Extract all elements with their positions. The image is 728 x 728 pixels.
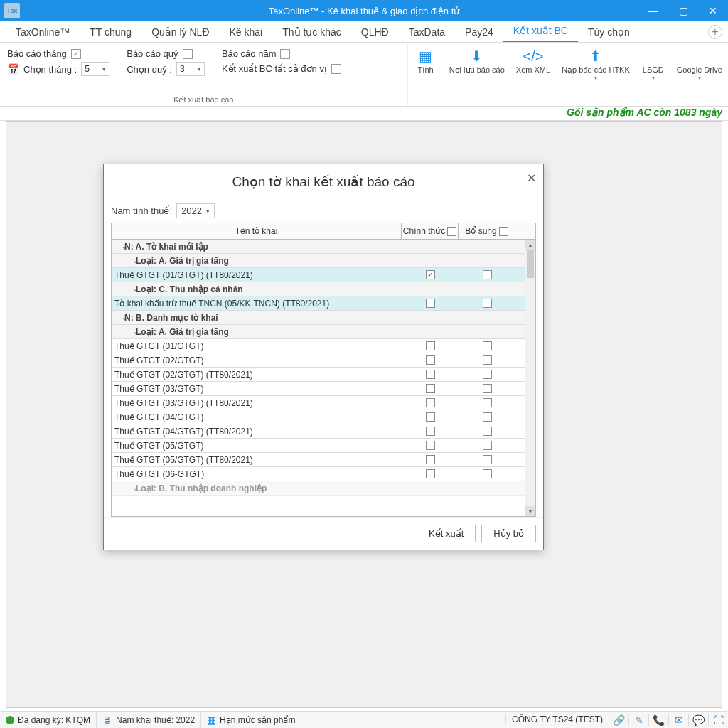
- scroll-up-icon[interactable]: ▴: [525, 240, 535, 250]
- col-name: Tên tờ khai: [112, 223, 402, 239]
- grid-item-row[interactable]: Thuế GTGT (05/GTGT): [112, 439, 535, 453]
- chinhthuc-checkbox[interactable]: [426, 441, 435, 450]
- dialog-title: Chọn tờ khai kết xuất báo cáo: [232, 173, 414, 190]
- grid-item-row[interactable]: Thuế GTGT (01/GTGT) (TT80/2021)✓: [112, 268, 535, 282]
- bosung-checkbox[interactable]: [483, 469, 492, 478]
- ribbon: Báo cáo tháng ✓ 📅 Chọn tháng : 5▾ Báo cá…: [0, 43, 728, 107]
- menu-tab[interactable]: TT chung: [80, 23, 141, 42]
- chinhthuc-checkbox[interactable]: [426, 412, 435, 422]
- menu-tab[interactable]: Kê khai: [220, 23, 273, 42]
- grid-group-row[interactable]: ⌄N: A. Tờ khai mới lập: [112, 240, 535, 254]
- menu-tab[interactable]: Pay24: [455, 23, 503, 42]
- bosung-checkbox[interactable]: [483, 355, 492, 365]
- bcnam-checkbox[interactable]: [280, 49, 290, 59]
- add-tab-button[interactable]: +: [708, 25, 722, 39]
- chinhthuc-checkbox[interactable]: [426, 341, 435, 350]
- grid-item-row[interactable]: Tờ khai khấu trừ thuế TNCN (05/KK-TNCN) …: [112, 296, 535, 311]
- chinhthuc-checkbox[interactable]: [426, 355, 435, 365]
- bosung-checkbox[interactable]: [483, 412, 492, 422]
- grid-item-row[interactable]: Thuế GTGT (03/GTGT) (TT80/2021): [112, 396, 535, 410]
- status-ok-icon: [6, 716, 14, 724]
- quarter-select[interactable]: 3▾: [176, 62, 205, 76]
- mail-icon[interactable]: ✉: [668, 714, 688, 726]
- bosung-checkbox[interactable]: [483, 384, 492, 393]
- menu-tab[interactable]: Thủ tục khác: [272, 23, 351, 42]
- menu-tab[interactable]: Tùy chọn: [578, 23, 640, 42]
- bcthang-checkbox[interactable]: ✓: [71, 49, 81, 59]
- cancel-button[interactable]: Hủy bỏ: [481, 525, 536, 542]
- titlebar: Tax TaxOnline™ - Kê khai thuế & giao dịc…: [0, 0, 728, 21]
- kxall-checkbox[interactable]: [331, 64, 341, 74]
- grid-item-row[interactable]: Thuế GTGT (02/GTGT) (TT80/2021): [112, 368, 535, 382]
- bosung-checkbox[interactable]: [483, 441, 492, 450]
- grid-subgroup-row[interactable]: ⌄Loại: B. Thu nhập doanh nghiệp: [112, 481, 535, 496]
- menu-tab[interactable]: Quản lý NLĐ: [141, 23, 219, 42]
- dialog-close-button[interactable]: ✕: [527, 171, 536, 185]
- tinh-button[interactable]: ▦ Tính: [408, 43, 444, 106]
- link-icon[interactable]: 🔗: [609, 714, 628, 726]
- menu-tab[interactable]: TaxOnline™: [6, 23, 80, 42]
- maximize-button[interactable]: ▢: [668, 0, 698, 21]
- ribbon-group-label: Kết xuất báo cáo: [7, 92, 400, 105]
- window-title: TaxOnline™ - Kê khai thuế & giao dịch đi…: [269, 6, 460, 16]
- bosung-checkbox[interactable]: [483, 299, 492, 308]
- grid-icon: ▦: [419, 47, 432, 65]
- xemxml-button[interactable]: </> Xem XML: [510, 43, 556, 106]
- bosung-checkbox[interactable]: [483, 270, 492, 279]
- grid-subgroup-row[interactable]: ⌄Loại: A. Giá trị gia tăng: [112, 325, 535, 339]
- grid-item-row[interactable]: Thuế GTGT (06-GTGT): [112, 467, 535, 481]
- bcthang-label: Báo cáo tháng: [7, 48, 67, 59]
- download-icon: ⬇: [471, 47, 483, 65]
- naphtkk-button[interactable]: ⬆ Nạp báo cáo HTKK▾: [556, 43, 636, 106]
- grid-body: ⌄N: A. Tờ khai mới lập⌄Loại: A. Giá trị …: [111, 240, 536, 517]
- menu-tabs: TaxOnline™TT chungQuản lý NLĐKê khaiThủ …: [0, 21, 728, 43]
- year-label: Năm tính thuế:: [111, 205, 172, 216]
- chevron-down-icon: ⌄: [112, 328, 133, 336]
- col-bosung[interactable]: Bổ sung: [459, 223, 515, 239]
- chinhthuc-checkbox[interactable]: [426, 469, 435, 478]
- year-select[interactable]: 2022▾: [176, 203, 215, 218]
- menu-tab[interactable]: QLHĐ: [351, 23, 399, 42]
- menu-tab[interactable]: TaxData: [399, 23, 455, 42]
- chinhthuc-checkbox[interactable]: [426, 455, 435, 464]
- pen-icon[interactable]: ✎: [628, 714, 648, 726]
- chinhthuc-checkbox[interactable]: ✓: [426, 270, 435, 279]
- minimize-button[interactable]: —: [638, 0, 668, 21]
- grid-item-row[interactable]: Thuế GTGT (03/GTGT): [112, 382, 535, 396]
- bosung-checkbox[interactable]: [483, 341, 492, 350]
- grid-item-row[interactable]: Thuế GTGT (02/GTGT): [112, 353, 535, 368]
- noiluu-button[interactable]: ⬇ Nơi lưu báo cáo: [444, 43, 510, 106]
- bcquy-checkbox[interactable]: [183, 49, 193, 59]
- chinhthuc-checkbox[interactable]: [426, 370, 435, 379]
- chat-icon[interactable]: 💬: [688, 714, 708, 726]
- grid-item-row[interactable]: Thuế GTGT (04/GTGT): [112, 410, 535, 424]
- grid-item-row[interactable]: Thuế GTGT (04/GTGT) (TT80/2021): [112, 424, 535, 439]
- col-chinhthuc[interactable]: Chính thức: [402, 223, 459, 239]
- chinhthuc-checkbox[interactable]: [426, 427, 435, 436]
- chinhthuc-checkbox[interactable]: [426, 299, 435, 308]
- menu-tab[interactable]: Kết xuất BC: [503, 22, 578, 42]
- lsgd-button[interactable]: LSGD▾: [636, 43, 671, 106]
- scroll-down-icon[interactable]: ▾: [525, 506, 535, 516]
- grid-subgroup-row[interactable]: ⌄Loại: A. Giá trị gia tăng: [112, 254, 535, 268]
- grid-group-row[interactable]: ⌄N: B. Danh mục tờ khai: [112, 311, 535, 325]
- grid-icon: ▦: [207, 714, 216, 726]
- export-button[interactable]: Kết xuất: [417, 525, 476, 542]
- chinhthuc-checkbox[interactable]: [426, 384, 435, 393]
- grid-subgroup-row[interactable]: ⌄Loại: C. Thu nhập cá nhân: [112, 282, 535, 296]
- chinhthuc-checkbox[interactable]: [426, 398, 435, 407]
- vertical-scrollbar[interactable]: ▴ ▾: [525, 240, 535, 516]
- bosung-checkbox[interactable]: [483, 370, 492, 379]
- chonquy-label: Chọn quý :: [127, 64, 172, 75]
- grid-item-row[interactable]: Thuế GTGT (05/GTGT) (TT80/2021): [112, 453, 535, 467]
- close-button[interactable]: ✕: [698, 0, 728, 21]
- gdrive-button[interactable]: Google Drive▾: [671, 43, 728, 106]
- bosung-checkbox[interactable]: [483, 427, 492, 436]
- chevron-down-icon: ⌄: [112, 285, 133, 293]
- bosung-checkbox[interactable]: [483, 455, 492, 464]
- grid-item-row[interactable]: Thuế GTGT (01/GTGT): [112, 339, 535, 353]
- month-select[interactable]: 5▾: [81, 62, 109, 76]
- phone-icon[interactable]: 📞: [648, 714, 668, 726]
- expand-icon[interactable]: ⛶: [708, 714, 728, 726]
- bosung-checkbox[interactable]: [483, 398, 492, 407]
